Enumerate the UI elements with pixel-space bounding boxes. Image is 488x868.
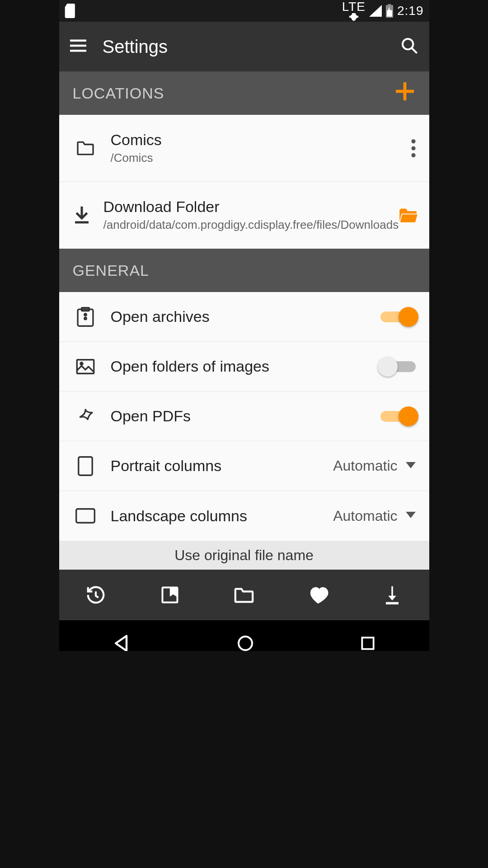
status-bar: LTE 2:19 <box>59 0 429 22</box>
tab-favorites[interactable] <box>281 585 355 604</box>
location-row-comics[interactable]: Comics /Comics <box>59 115 429 182</box>
nav-back-button[interactable] <box>112 633 131 651</box>
svg-rect-0 <box>70 40 86 42</box>
tab-history[interactable] <box>59 585 133 605</box>
search-icon[interactable] <box>400 37 418 57</box>
tab-downloads[interactable] <box>355 585 429 605</box>
status-time: 2:19 <box>397 4 424 18</box>
svg-rect-6 <box>396 90 414 93</box>
toggle-open-archives[interactable] <box>380 311 416 322</box>
svg-rect-10 <box>75 221 89 223</box>
setting-open-pdfs[interactable]: Open PDFs <box>59 392 429 441</box>
folder-icon <box>73 141 98 156</box>
svg-point-3 <box>403 39 413 49</box>
archive-icon <box>73 307 98 327</box>
setting-value: Automatic <box>333 508 397 524</box>
svg-point-14 <box>84 317 86 319</box>
svg-rect-22 <box>362 637 374 649</box>
tab-bookmarks[interactable] <box>133 585 207 605</box>
setting-landscape-columns[interactable]: Landscape columns Automatic <box>59 491 429 541</box>
setting-value: Automatic <box>333 458 397 474</box>
menu-icon[interactable] <box>70 39 86 54</box>
location-title: Comics <box>111 131 411 149</box>
page-title: Settings <box>103 37 168 57</box>
chevron-down-icon <box>406 512 416 520</box>
svg-rect-2 <box>70 50 86 52</box>
toggle-open-pdfs[interactable] <box>380 411 416 422</box>
svg-rect-17 <box>78 457 92 475</box>
setting-open-folders[interactable]: Open folders of images <box>59 342 429 392</box>
setting-label: Landscape columns <box>111 507 333 525</box>
pdf-icon <box>73 407 98 425</box>
setting-portrait-columns[interactable]: Portrait columns Automatic <box>59 441 429 491</box>
landscape-icon <box>73 508 98 524</box>
tab-library[interactable] <box>207 586 281 604</box>
svg-rect-20 <box>386 602 399 604</box>
general-list: Open archives Open folders of images Ope… <box>59 292 429 541</box>
setting-label: Use original file name <box>174 547 314 564</box>
app-bar: Settings <box>59 22 429 71</box>
section-header-general: GENERAL <box>59 249 429 292</box>
setting-label: Open archives <box>111 308 380 326</box>
sd-card-icon <box>65 4 76 18</box>
svg-point-13 <box>84 313 86 315</box>
svg-rect-15 <box>77 359 94 373</box>
setting-label: Open PDFs <box>111 407 380 425</box>
open-folder-icon[interactable] <box>399 207 418 223</box>
location-row-download[interactable]: Download Folder /android/data/com.progdi… <box>59 182 429 249</box>
bottom-nav-bar <box>59 570 429 620</box>
more-icon[interactable] <box>411 139 416 157</box>
portrait-icon <box>73 456 98 476</box>
setting-original-filename[interactable]: Use original file name <box>59 541 429 570</box>
nav-home-button[interactable] <box>236 634 254 651</box>
svg-point-9 <box>411 153 415 157</box>
setting-open-archives[interactable]: Open archives <box>59 292 429 342</box>
section-header-locations: LOCATIONS <box>59 71 429 115</box>
location-title: Download Folder <box>103 198 399 216</box>
setting-label: Open folders of images <box>111 358 380 375</box>
chevron-down-icon <box>406 462 416 470</box>
svg-point-16 <box>80 362 82 364</box>
location-path: /Comics <box>111 151 411 165</box>
svg-point-8 <box>411 146 415 150</box>
nav-recents-button[interactable] <box>359 635 376 651</box>
section-header-label: LOCATIONS <box>73 85 164 102</box>
toggle-open-folders[interactable] <box>380 361 416 372</box>
network-lte-icon: LTE <box>342 0 366 21</box>
svg-rect-1 <box>70 45 86 47</box>
download-icon <box>73 206 91 224</box>
section-header-label: GENERAL <box>73 262 150 279</box>
add-location-button[interactable] <box>394 80 416 106</box>
location-path: /android/data/com.progdigy.cdisplay.free… <box>103 217 399 232</box>
android-nav-bar <box>59 620 429 651</box>
battery-icon <box>385 4 394 18</box>
locations-list: Comics /Comics Download Folder /android/… <box>59 115 429 249</box>
svg-point-7 <box>411 139 415 143</box>
svg-point-21 <box>239 637 252 650</box>
svg-rect-18 <box>76 509 94 523</box>
image-icon <box>73 359 98 374</box>
svg-line-4 <box>412 48 417 53</box>
setting-label: Portrait columns <box>111 457 333 475</box>
signal-icon <box>369 5 382 17</box>
